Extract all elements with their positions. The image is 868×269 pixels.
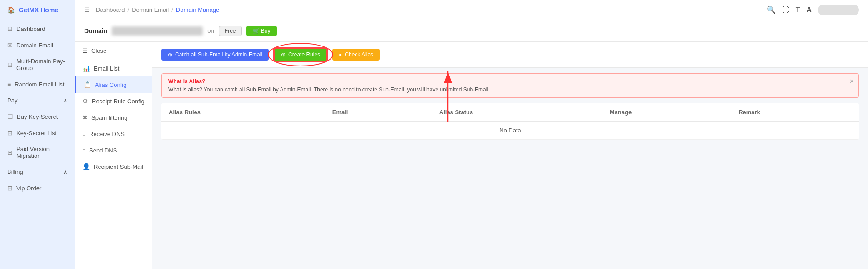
sidebar-item-dashboard[interactable]: ⊞ Dashboard — [0, 20, 75, 37]
nav-item-label: Email List — [94, 65, 119, 72]
col-manage: Manage — [602, 103, 731, 122]
spam-icon: ✖ — [82, 114, 88, 121]
table-area: Alias Rules Email Alias Status Manage Re… — [152, 103, 868, 269]
user-icon[interactable]: A — [806, 6, 812, 14]
email-icon: ✉ — [7, 41, 13, 49]
nav-item-label: Receive DNS — [89, 131, 125, 137]
send-icon: ↑ — [82, 147, 85, 154]
chevron-up-icon: ∧ — [63, 97, 68, 104]
sidebar: 🏠 GetMX Home ⊞ Dashboard ✉ Domain Email … — [0, 0, 75, 269]
sidebar-logo-label: GetMX Home — [19, 6, 58, 14]
receive-icon: ↓ — [82, 130, 85, 137]
sub-nav-email-list[interactable]: 📊 Email List — [75, 60, 152, 76]
sidebar-item-label: Random Email List — [15, 81, 64, 88]
alias-alert: What is Alias? What is alias? You can ca… — [161, 73, 859, 98]
sub-nav-spam[interactable]: ✖ Spam filtering — [75, 109, 152, 126]
breadcrumb-sep2: / — [171, 6, 173, 13]
nav-item-label: Send DNS — [89, 147, 117, 154]
check-icon: ● — [339, 51, 342, 58]
no-data-cell: No Data — [161, 122, 859, 140]
chart-icon: 📊 — [82, 65, 90, 72]
alert-close-button[interactable]: × — [850, 77, 854, 86]
search-icon[interactable]: 🔍 — [767, 5, 776, 14]
multi-domain-icon: ⊞ — [7, 61, 13, 68]
sidebar-section-billing[interactable]: Billing ∧ — [0, 164, 75, 180]
create-rules-button[interactable]: ⊕ Create Rules — [273, 47, 328, 62]
content-area: ☰ Close 📊 Email List 📋 Alias Config ⚙ Re… — [75, 42, 868, 269]
breadcrumb-dashboard[interactable]: Dashboard — [96, 6, 125, 13]
domain-status: on — [207, 27, 214, 34]
sub-nav-send-dns[interactable]: ↑ Send DNS — [75, 142, 152, 158]
recipient-icon: 👤 — [82, 163, 90, 170]
sub-nav-recipient[interactable]: 👤 Recipient Sub-Mail — [75, 158, 152, 175]
font-icon[interactable]: T — [796, 6, 800, 14]
migration-icon: ⊟ — [7, 149, 13, 156]
table-empty-row: No Data — [161, 122, 859, 140]
alias-table: Alias Rules Email Alias Status Manage Re… — [161, 103, 859, 140]
order-icon: ⊟ — [7, 184, 13, 192]
sidebar-item-label: Paid Version Migration — [16, 146, 68, 159]
col-remark: Remark — [731, 103, 859, 122]
key-icon: ☐ — [7, 113, 13, 120]
sidebar-item-domain-email[interactable]: ✉ Domain Email — [0, 37, 75, 53]
check-alias-label: Check Alias — [345, 51, 373, 58]
sidebar-item-label: Vip Order — [16, 185, 41, 192]
menu-icon[interactable]: ☰ — [84, 6, 90, 13]
main-panel: ⊕ Catch all Sub-Email by Admin-Email ⊕ C… — [152, 42, 868, 269]
col-email: Email — [325, 103, 432, 122]
breadcrumb-domain-email[interactable]: Domain Email — [132, 6, 169, 13]
sidebar-section-label: Billing — [7, 168, 23, 175]
domain-bar: Domain on Free 🛒 Buy — [75, 20, 868, 42]
domain-value-blurred — [112, 26, 203, 36]
close-label: Close — [91, 47, 106, 54]
sidebar-item-label: Domain Email — [16, 42, 53, 49]
chevron-up-icon: ∧ — [63, 168, 68, 175]
avatar — [818, 5, 859, 15]
catch-all-button[interactable]: ⊕ Catch all Sub-Email by Admin-Email — [161, 49, 269, 61]
buy-button[interactable]: 🛒 Buy — [246, 26, 277, 36]
sub-nav-receipt-rule[interactable]: ⚙ Receipt Rule Config — [75, 93, 152, 109]
list-icon: ⊟ — [7, 129, 13, 137]
breadcrumb-sep1: / — [128, 6, 130, 13]
sidebar-item-label: Dashboard — [16, 25, 45, 32]
sub-sidebar: ☰ Close 📊 Email List 📋 Alias Config ⚙ Re… — [75, 42, 152, 269]
domain-label: Domain — [84, 27, 107, 35]
sidebar-item-migration[interactable]: ⊟ Paid Version Migration — [0, 141, 75, 164]
catch-icon: ⊕ — [168, 51, 172, 58]
sidebar-logo[interactable]: 🏠 GetMX Home — [0, 0, 75, 20]
sidebar-item-vip-order[interactable]: ⊟ Vip Order — [0, 180, 75, 196]
alert-body: What is alias? You can catch all Sub-Ema… — [168, 86, 852, 93]
gear-icon: ⚙ — [82, 97, 88, 105]
sub-nav-receive-dns[interactable]: ↓ Receive DNS — [75, 126, 152, 142]
home-icon: 🏠 — [7, 6, 15, 14]
create-rules-label: Create Rules — [288, 51, 320, 58]
sidebar-item-multi-domain[interactable]: ⊞ Multi-Domain Pay-Group — [0, 53, 75, 76]
main-content: ☰ Dashboard / Domain Email / Domain Mana… — [75, 0, 868, 269]
breadcrumb: ☰ Dashboard / Domain Email / Domain Mana… — [84, 6, 219, 13]
toolbar: ⊕ Catch all Sub-Email by Admin-Email ⊕ C… — [152, 42, 868, 68]
sidebar-item-key-list[interactable]: ⊟ Key-Secret List — [0, 125, 75, 141]
dashboard-icon: ⊞ — [7, 25, 13, 32]
sidebar-item-label: Key-Secret List — [16, 130, 56, 137]
nav-item-label: Spam filtering — [91, 114, 127, 121]
sub-sidebar-close[interactable]: ☰ Close — [75, 42, 152, 60]
free-button[interactable]: Free — [219, 26, 242, 36]
create-rules-wrapper: ⊕ Create Rules — [273, 47, 328, 62]
col-alias-status: Alias Status — [432, 103, 602, 122]
sidebar-item-label: Buy Key-Secret — [17, 113, 58, 120]
nav-item-label: Alias Config — [95, 81, 126, 88]
expand-icon[interactable]: ⛶ — [782, 6, 789, 14]
nav-item-label: Recipient Sub-Mail — [94, 163, 143, 170]
alias-icon: 📋 — [84, 81, 91, 88]
sidebar-item-random-email[interactable]: ≡ Random Email List — [0, 76, 75, 92]
sidebar-section-pay[interactable]: Pay ∧ — [0, 92, 75, 108]
alert-title: What is Alias? — [168, 78, 852, 85]
sidebar-item-buy-key[interactable]: ☐ Buy Key-Secret — [0, 108, 75, 125]
col-alias-rules: Alias Rules — [161, 103, 325, 122]
catch-all-label: Catch all Sub-Email by Admin-Email — [175, 51, 262, 58]
close-icon: ☰ — [82, 47, 88, 54]
check-alias-button[interactable]: ● Check Alias — [332, 49, 380, 61]
sub-nav-alias-config[interactable]: 📋 Alias Config — [75, 76, 152, 93]
topbar: ☰ Dashboard / Domain Email / Domain Mana… — [75, 0, 868, 20]
create-icon: ⊕ — [281, 51, 286, 58]
